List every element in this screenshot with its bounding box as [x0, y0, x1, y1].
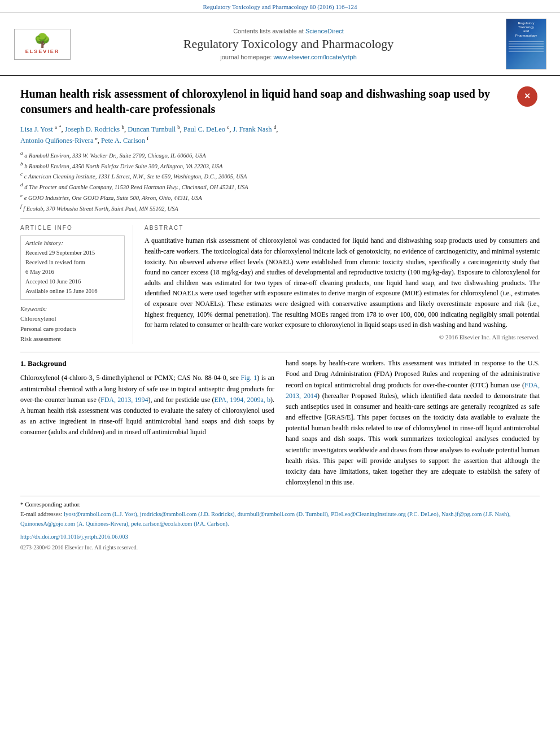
body-columns: 1. Background Chloroxylenol (4-chloro-3,…	[20, 358, 540, 488]
article-info-label: ARTICLE INFO	[20, 225, 125, 231]
issn-line: 0273-2300/© 2016 Elsevier Inc. All right…	[20, 543, 540, 552]
keywords-list: Chloroxylenol Personal care products Ris…	[20, 314, 125, 344]
author-carlson[interactable]: Pete A. Carlson	[101, 137, 145, 145]
homepage-link[interactable]: www.elsevier.com/locate/yrtph	[273, 54, 356, 60]
received-date: Received 29 September 2015	[25, 248, 120, 258]
corresponding-author-note: * Corresponding author.	[20, 500, 540, 510]
online-date: Available online 15 June 2016	[25, 287, 120, 296]
elsevier-tree-icon: 🌳	[34, 34, 51, 47]
affiliation-a: a a Ramboll Environ, 333 W. Wacker Dr., …	[20, 150, 540, 160]
cover-title-text: RegulatoryToxicologyandPharmacology	[515, 21, 537, 38]
crossmark-badge: ✕	[517, 86, 537, 107]
fda-2013-2014-link[interactable]: FDA, 2013, 2014	[286, 381, 540, 400]
affiliation-ref-e: e	[95, 136, 98, 141]
authors-line: Lisa J. Yost a *, Joseph D. Rodricks b, …	[20, 124, 540, 146]
journal-title: Regulatory Toxicology and Pharmacology	[183, 37, 394, 51]
corresponding-ref: *	[59, 124, 62, 130]
elsevier-logo-area: 🌳 ELSEVIER	[11, 19, 73, 69]
author-deleo[interactable]: Paul C. DeLeo	[183, 125, 225, 133]
article-columns: ARTICLE INFO Article history: Received 2…	[20, 219, 540, 344]
sciencedirect-link[interactable]: ScienceDirect	[305, 28, 344, 34]
doi-link[interactable]: http://dx.doi.org/10.1016/j.yrtph.2016.0…	[20, 534, 128, 540]
affiliation-ref-a: a	[55, 124, 57, 130]
cover-decorative-lines	[509, 40, 544, 53]
email-footnote: E-mail addresses: lyost@ramboll.com (L.J…	[20, 510, 540, 529]
affiliation-c: c c American Cleaning Institute, 1331 L …	[20, 171, 540, 181]
affiliation-e: e e GOJO Industries, One GOJO Plaza, Sui…	[20, 192, 540, 203]
affiliations: a a Ramboll Environ, 333 W. Wacker Dr., …	[20, 150, 540, 213]
keyword-3: Risk assessment	[20, 334, 125, 344]
abstract-label: ABSTRACT	[145, 225, 540, 231]
crossmark-icon[interactable]: ✕	[517, 86, 540, 109]
affiliation-d: d d The Procter and Gamble Company, 1153…	[20, 181, 540, 192]
body-col-right: hand soaps by health-care workers. This …	[286, 358, 540, 488]
journal-header: 🌳 ELSEVIER Contents lists available at S…	[0, 13, 560, 76]
background-col1-text: Chloroxylenol (4-chloro-3, 5-dimethylphe…	[20, 373, 274, 438]
author-nash[interactable]: J. Frank Nash	[233, 125, 272, 133]
revised-date: 6 May 2016	[25, 268, 120, 277]
affiliation-ref-f: f	[147, 136, 148, 141]
section-divider	[20, 352, 540, 352]
elsevier-wordmark: ELSEVIER	[25, 49, 60, 54]
abstract-column: ABSTRACT A quantitative human risk asses…	[145, 225, 540, 344]
body-col-left: 1. Background Chloroxylenol (4-chloro-3,…	[20, 358, 274, 488]
epa-link[interactable]: EPA, 1994, 2009a, b	[214, 396, 270, 404]
affiliation-ref-c: c	[227, 124, 229, 130]
abstract-text: A quantitative human risk assessment of …	[145, 235, 540, 330]
affiliation-ref-d: d	[274, 124, 277, 130]
affiliation-f: f f Ecolab, 370 Wabasha Street North, Sa…	[20, 203, 540, 213]
article-title: Human health risk assessment of chloroxy…	[20, 86, 540, 117]
article-content: Human health risk assessment of chloroxy…	[0, 76, 560, 558]
article-history-box: Article history: Received 29 September 2…	[20, 235, 125, 300]
keyword-2: Personal care products	[20, 324, 125, 334]
affiliation-b: b b Ramboll Environ, 4350 North Fairfax …	[20, 160, 540, 171]
revised-label: Received in revised form	[25, 258, 120, 268]
article-title-text: Human health risk assessment of chloroxy…	[20, 88, 490, 115]
journal-center-info: Contents lists available at ScienceDirec…	[79, 19, 498, 69]
homepage-label: journal homepage:	[220, 54, 272, 60]
article-history-title: Article history:	[25, 239, 120, 246]
journal-banner: Regulatory Toxicology and Pharmacology 8…	[0, 0, 560, 13]
author-turnbull[interactable]: Duncan Turnbull	[128, 125, 176, 133]
email-links[interactable]: lyost@ramboll.com (L.J. Yost), jrodricks…	[20, 511, 510, 527]
section-number: 1.	[20, 359, 26, 368]
journal-citation: Regulatory Toxicology and Pharmacology 8…	[203, 3, 357, 10]
sciencedirect-line: Contents lists available at ScienceDirec…	[233, 28, 344, 34]
sciencedirect-label: Contents lists available at	[233, 28, 304, 34]
section-title: Background	[28, 359, 66, 368]
accepted-date: Accepted 10 June 2016	[25, 277, 120, 287]
doi-line[interactable]: http://dx.doi.org/10.1016/j.yrtph.2016.0…	[20, 532, 540, 542]
fda-2013-link[interactable]: FDA, 2013, 1994	[100, 396, 148, 404]
keyword-1: Chloroxylenol	[20, 314, 125, 324]
elsevier-logo-box: 🌳 ELSEVIER	[14, 29, 71, 60]
journal-cover-area: RegulatoryToxicologyandPharmacology	[504, 19, 549, 69]
keywords-label: Keywords:	[20, 305, 125, 312]
article-info-column: ARTICLE INFO Article history: Received 2…	[20, 225, 133, 344]
keywords-section: Keywords: Chloroxylenol Personal care pr…	[20, 305, 125, 344]
copyright-line: © 2016 Elsevier Inc. All rights reserved…	[145, 334, 540, 340]
background-col2-text: hand soaps by health-care workers. This …	[286, 358, 540, 488]
author-rodricks[interactable]: Joseph D. Rodricks	[65, 125, 120, 133]
homepage-line: journal homepage: www.elsevier.com/locat…	[220, 54, 357, 60]
affiliation-ref-b2: b	[177, 124, 180, 130]
journal-cover-thumbnail: RegulatoryToxicologyandPharmacology	[506, 19, 546, 69]
affiliation-ref-b1: b	[121, 124, 124, 130]
author-yost[interactable]: Lisa J. Yost	[20, 125, 53, 133]
author-quinones[interactable]: Antonio Quiñones-Rivera	[20, 137, 94, 145]
background-heading: 1. Background	[20, 358, 274, 369]
footnote-area: * Corresponding author. E-mail addresses…	[20, 496, 540, 552]
fig1-link[interactable]: Fig. 1	[240, 374, 257, 382]
email-label: E-mail addresses:	[20, 511, 62, 517]
